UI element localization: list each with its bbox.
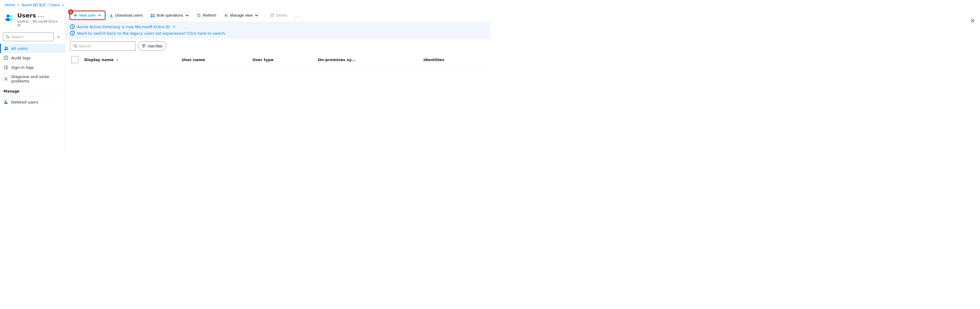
new-user-label: New user (79, 13, 95, 17)
display-name-header[interactable]: Display name ↑ (81, 54, 179, 66)
deleted-users-icon (3, 100, 8, 105)
nav-divider (3, 96, 62, 96)
user-name-header[interactable]: User name (179, 54, 250, 66)
identities-label: Identities (423, 57, 444, 62)
info-link-entra[interactable]: Azure Active Directory is now Microsoft … (77, 25, 175, 29)
info-link-legacy[interactable]: Want to switch back to the legacy users … (77, 31, 226, 36)
delete-button[interactable]: Delete (267, 11, 291, 19)
bulk-icon (151, 13, 155, 17)
refresh-button[interactable]: Refresh (194, 11, 220, 19)
more-label: ... (295, 13, 300, 17)
manage-view-button[interactable]: Manage view (221, 11, 262, 19)
filter-row: Add filter (65, 38, 490, 54)
svg-point-2 (10, 15, 12, 17)
svg-point-3 (9, 18, 13, 21)
collapse-button[interactable]: « (55, 33, 62, 40)
header-more-button[interactable]: ... (38, 13, 45, 18)
manage-section-label: Manage (0, 86, 65, 95)
info-icon-legacy: i (70, 31, 75, 36)
info-icon-entra: i (70, 24, 75, 29)
sidebar-item-signin-logs-label: Sign-in logs (11, 65, 34, 70)
sidebar-search-wrap: « (0, 30, 65, 44)
delete-label: Delete (276, 13, 288, 17)
sidebar-item-all-users[interactable]: All users (0, 44, 65, 53)
new-user-button[interactable]: 3 New user (70, 11, 105, 19)
svg-rect-10 (4, 56, 8, 60)
sort-icon: ↑ (116, 59, 118, 62)
users-table: Display name ↑ User name User type On-pr… (70, 54, 485, 66)
manage-view-label: Manage view (230, 13, 253, 17)
users-icon (3, 13, 14, 23)
signin-logs-icon (3, 65, 8, 70)
download-users-label: Download users (115, 13, 143, 17)
page-header-text: Users ... testb2c - Microsoft Entra ID (17, 12, 62, 27)
svg-point-16 (5, 100, 6, 102)
refresh-label: Refresh (203, 13, 216, 17)
content-area: 3 New user Download users (65, 9, 490, 153)
page-subtitle: testb2c - Microsoft Entra ID (17, 19, 62, 27)
info-section: i Azure Active Directory is now Microsof… (65, 22, 490, 38)
page-header: Users ... testb2c - Microsoft Entra ID (0, 9, 65, 30)
more-button[interactable]: ... (292, 11, 303, 19)
svg-line-29 (76, 46, 77, 48)
svg-point-9 (6, 49, 8, 50)
sidebar-item-deleted-users-label: Deleted users (11, 100, 38, 105)
svg-rect-26 (153, 16, 154, 17)
svg-point-27 (225, 15, 227, 16)
on-premises-label: On-premises sy... (318, 57, 355, 62)
add-filter-label: Add filter (148, 44, 163, 48)
download-users-button[interactable]: Download users (106, 11, 146, 19)
filter-search-box[interactable] (70, 41, 135, 51)
delete-icon (270, 13, 274, 17)
sidebar-item-deleted-users[interactable]: Deleted users (0, 97, 65, 107)
breadcrumb-sep-2: > (62, 3, 64, 7)
bulk-operations-label: Bulk operations (156, 13, 183, 17)
select-all-header[interactable] (70, 54, 81, 66)
toolbar: 3 New user Download users (65, 9, 490, 22)
breadcrumb-home[interactable]: Home (5, 3, 15, 7)
main-layout: Users ... testb2c - Microsoft Entra ID « (0, 9, 490, 153)
svg-rect-24 (153, 14, 154, 16)
user-type-header[interactable]: User type (250, 54, 315, 66)
info-banner-legacy: i Want to switch back to the legacy user… (70, 31, 485, 36)
user-type-label: User type (253, 57, 274, 62)
info-banner-entra: i Azure Active Directory is now Microsof… (70, 24, 485, 29)
sidebar-item-all-users-label: All users (11, 46, 28, 51)
manage-view-chevron-icon (255, 13, 259, 17)
gear-icon (224, 13, 228, 17)
sidebar-search-input[interactable] (11, 35, 51, 39)
sidebar-item-diagnose-label: Diagnose and solve problems (11, 74, 62, 83)
user-name-label: User name (182, 57, 205, 62)
select-all-checkbox[interactable] (71, 56, 78, 63)
filter-search-input[interactable] (79, 44, 132, 48)
page-title: Users ... (17, 12, 62, 19)
breadcrumb-azure-ad[interactable]: Azure AD B2C | Users (22, 3, 60, 7)
identities-header[interactable]: Identities (420, 54, 485, 66)
sidebar: Users ... testb2c - Microsoft Entra ID « (0, 9, 65, 153)
sidebar-item-diagnose[interactable]: Diagnose and solve problems (0, 72, 65, 86)
refresh-icon (197, 13, 201, 17)
diagnose-icon (3, 76, 8, 81)
svg-rect-23 (151, 14, 152, 16)
svg-line-5 (8, 37, 9, 38)
svg-rect-25 (151, 16, 152, 17)
users-table-wrap: Display name ↑ User name User type On-pr… (65, 54, 490, 153)
new-user-chevron-icon (97, 13, 102, 17)
add-filter-button[interactable]: Add filter (138, 41, 167, 51)
on-premises-header[interactable]: On-premises sy... (315, 54, 420, 66)
svg-point-6 (5, 47, 6, 48)
step-badge: 3 (68, 9, 73, 14)
filter-icon (142, 44, 146, 48)
sidebar-item-audit-logs[interactable]: Audit logs (0, 53, 65, 63)
download-icon (109, 13, 113, 17)
breadcrumb: Home > Azure AD B2C | Users > (0, 0, 490, 9)
svg-point-0 (6, 14, 10, 17)
search-icon (6, 35, 9, 39)
bulk-operations-button[interactable]: Bulk operations (147, 11, 192, 19)
sidebar-item-signin-logs[interactable]: Sign-in logs (0, 63, 65, 72)
table-header: Display name ↑ User name User type On-pr… (70, 54, 485, 66)
sidebar-item-audit-logs-label: Audit logs (11, 56, 30, 60)
plus-icon (73, 13, 78, 17)
sidebar-search-box[interactable] (3, 32, 54, 41)
breadcrumb-sep-1: > (17, 3, 20, 7)
